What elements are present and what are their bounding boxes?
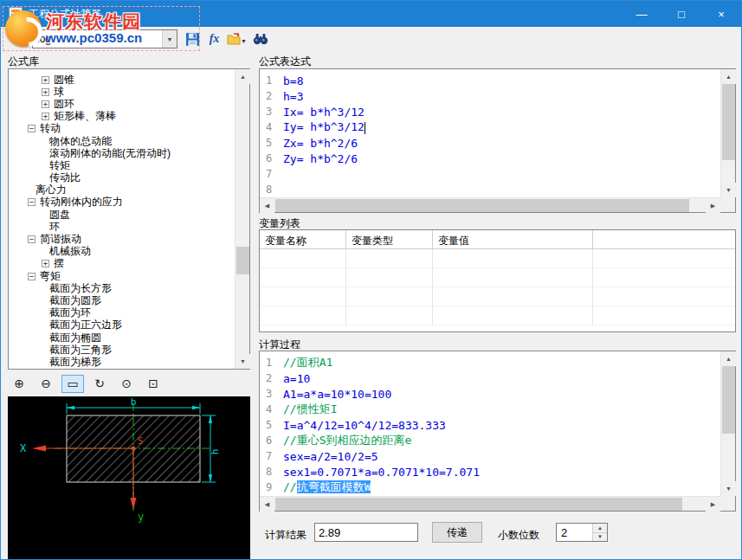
decimal-places-label: 小数位数 <box>498 528 539 543</box>
collapse-icon[interactable]: − <box>28 235 35 243</box>
close-button[interactable]: × <box>701 1 741 27</box>
transfer-button[interactable]: 传递 <box>432 522 482 543</box>
hscroll-thumb[interactable] <box>275 199 689 212</box>
expand-icon[interactable]: + <box>42 100 49 108</box>
tree-item[interactable]: +矩形棒、薄棒 <box>9 111 235 123</box>
tree-item[interactable]: −转动刚体内的应力 <box>9 196 235 209</box>
scroll-down-icon[interactable]: ▼ <box>236 354 250 369</box>
zoom-previous-icon[interactable]: ↻ <box>88 375 111 393</box>
tree-item[interactable]: 机械振动 <box>9 246 235 258</box>
section-preview-canvas[interactable]: b h X y S <box>8 396 250 560</box>
tree-item[interactable]: 截面为圆形 <box>9 294 235 306</box>
tree-item[interactable]: 截面为正六边形 <box>9 319 235 331</box>
scroll-up-icon[interactable]: ▲ <box>721 69 736 84</box>
column-header[interactable]: 变量名称 <box>260 230 346 249</box>
tree-item[interactable]: 滚动刚体的动能(无滑动时) <box>9 147 235 159</box>
export-icon[interactable]: ▼ <box>224 29 244 48</box>
calculation-process-editor[interactable]: 1//面积A12a=103A1=a*a=10*10=1004//惯性矩I5I=a… <box>259 351 736 512</box>
chevron-down-icon[interactable]: ▼ <box>162 30 177 48</box>
tree-item-label: 圆环 <box>54 98 74 110</box>
tree-item[interactable]: +摆 <box>9 258 235 270</box>
binoculars-icon[interactable] <box>250 29 270 48</box>
fit-screen-icon[interactable]: ▭ <box>61 375 84 393</box>
scroll-left-icon[interactable]: ◀ <box>260 198 274 213</box>
tree-item[interactable]: 转矩 <box>9 159 235 171</box>
tree-item[interactable]: 圆盘 <box>9 209 235 221</box>
expand-icon[interactable]: + <box>42 88 49 96</box>
column-header[interactable]: 变量类型 <box>346 230 433 249</box>
vscroll-thumb[interactable] <box>722 366 735 434</box>
code-line: 2a=10 <box>260 370 720 386</box>
formula-expression-editor[interactable]: 1b=82h=33Ix= b*h^3/124Iy= h*b^3/125Zx= b… <box>259 68 736 213</box>
line-number: 5 <box>260 137 283 149</box>
column-header[interactable]: 变量值 <box>433 230 593 249</box>
tree-item[interactable]: 截面为三角形 <box>9 344 235 356</box>
formula-select-value: log <box>33 33 162 45</box>
tree-item[interactable]: 截面为环 <box>9 307 235 319</box>
vscroll-thumb[interactable] <box>236 247 249 274</box>
drawing-toolbar: ⊕⊖▭↻⊙⊡ <box>8 373 169 394</box>
library-title: 公式库 <box>8 55 39 69</box>
tree-item[interactable]: 截面为椭圆 <box>9 331 235 344</box>
result-input[interactable] <box>314 523 418 542</box>
decimal-spinner[interactable]: 2 ▲ ▼ <box>556 523 608 542</box>
process-code-area[interactable]: 1//面积A12a=103A1=a*a=10*10=1004//惯性矩I5I=a… <box>260 351 720 496</box>
zoom-dynamic-icon[interactable]: ⊙ <box>115 375 138 393</box>
scroll-up-icon[interactable]: ▲ <box>236 69 250 84</box>
collapse-icon[interactable]: − <box>28 273 35 280</box>
formula-tree[interactable]: +圆锥+球+圆环+矩形棒、薄棒−转动物体的总动能滚动刚体的动能(无滑动时)转矩传… <box>8 68 250 370</box>
tree-item[interactable]: 截面为梯形 <box>9 356 235 368</box>
tree-item[interactable]: −简谐振动 <box>9 233 235 245</box>
maximize-button[interactable]: □ <box>661 1 701 27</box>
tree-item-label: 截面为长方形 <box>49 282 112 294</box>
scroll-right-icon[interactable]: ▶ <box>706 198 720 213</box>
minimize-button[interactable]: — <box>622 1 661 27</box>
expression-code-area[interactable]: 1b=82h=33Ix= b*h^3/124Iy= h*b^3/125Zx= b… <box>260 69 720 197</box>
tree-item-label: 转矩 <box>49 159 70 171</box>
tree-item[interactable]: +圆锥 <box>9 74 235 86</box>
spin-down-icon[interactable]: ▼ <box>593 533 607 542</box>
text-caret <box>365 122 365 134</box>
variables-body <box>260 249 735 325</box>
line-number: 6 <box>260 152 283 164</box>
vscroll-thumb[interactable] <box>722 84 735 160</box>
spin-up-icon[interactable]: ▲ <box>593 524 607 533</box>
scroll-right-icon[interactable]: ▶ <box>706 497 720 512</box>
hscroll-thumb[interactable] <box>275 498 682 511</box>
tree-item[interactable]: 物体的总动能 <box>9 135 235 147</box>
collapse-icon[interactable]: − <box>28 198 35 206</box>
fx-icon[interactable]: fx <box>204 29 224 48</box>
expand-icon[interactable]: + <box>42 76 49 84</box>
scroll-down-icon[interactable]: ▼ <box>721 183 736 197</box>
zoom-window-icon[interactable]: ⊡ <box>142 375 165 393</box>
formula-select[interactable]: log ▼ <box>32 29 177 48</box>
chevron-down-icon[interactable]: ▼ <box>241 38 247 44</box>
scroll-left-icon[interactable]: ◀ <box>260 497 274 512</box>
tree-item[interactable]: 离心力 <box>9 184 235 196</box>
app-icon <box>9 7 23 21</box>
expand-icon[interactable]: + <box>42 113 49 120</box>
expression-title: 公式表达式 <box>259 55 311 69</box>
tree-item[interactable]: −转动 <box>9 123 235 135</box>
code-text: Ix= b*h^3/12 <box>283 106 365 119</box>
tree-item[interactable]: 截面为长方形 <box>9 282 235 294</box>
variables-table[interactable]: 变量名称变量类型变量值 <box>259 229 736 332</box>
scroll-up-icon[interactable]: ▲ <box>721 351 736 366</box>
save-icon[interactable] <box>183 29 203 48</box>
line-number: 9 <box>260 481 283 493</box>
expand-icon[interactable]: + <box>42 260 49 267</box>
scroll-down-icon[interactable]: ▼ <box>721 481 736 496</box>
tree-item[interactable]: +圆环 <box>9 98 235 110</box>
code-line: 9//抗弯截面模数W <box>260 480 720 495</box>
code-text: Iy= h*b^3/12 <box>283 120 365 134</box>
variable-row <box>260 268 735 287</box>
tree-item[interactable]: −弯矩 <box>9 270 235 282</box>
zoom-out-icon[interactable]: ⊖ <box>35 375 57 393</box>
code-line: 5I=a^4/12=10^4/12=833.333 <box>260 417 720 433</box>
line-number: 7 <box>260 168 283 180</box>
collapse-icon[interactable]: − <box>28 125 35 132</box>
zoom-in-icon[interactable]: ⊕ <box>8 375 30 393</box>
tree-item[interactable]: +球 <box>9 86 235 98</box>
tree-item[interactable]: 传动比 <box>9 172 235 184</box>
tree-item[interactable]: 环 <box>9 221 235 233</box>
